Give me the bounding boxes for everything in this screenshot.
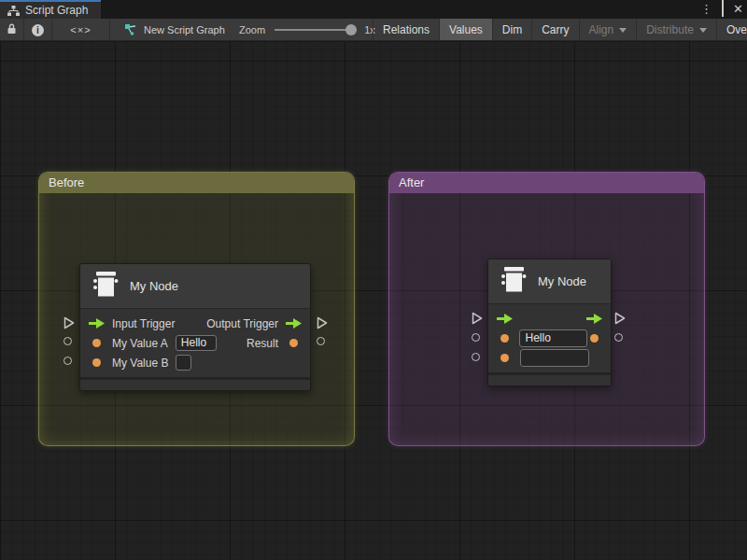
dropdown-caret-icon	[619, 28, 627, 33]
overview-button[interactable]: Overview	[716, 19, 747, 41]
output-trigger-label: Output Trigger	[206, 317, 278, 330]
node-my-node-after[interactable]: My Node Hello	[487, 259, 612, 386]
carry-button[interactable]: Carry	[531, 19, 578, 41]
value-a-port-icon[interactable]	[497, 334, 512, 343]
port-row-value-a: My Value A Hello Result	[80, 333, 310, 353]
graph-name-label: New Script Graph	[144, 24, 225, 35]
external-flow-port-icon[interactable]	[63, 316, 75, 333]
port-row-triggers	[488, 309, 611, 329]
external-flow-port-icon[interactable]	[317, 316, 328, 333]
distribute-label: Distribute	[646, 23, 694, 36]
zoom-slider-handle[interactable]	[345, 24, 357, 35]
tab-script-graph[interactable]: Script Graph	[0, 0, 101, 19]
code-view-button[interactable]: <×>	[52, 19, 109, 41]
node-my-node-before[interactable]: My Node Input Trigger Output Trigger My …	[79, 263, 311, 391]
value-a-input[interactable]: Hello	[519, 329, 586, 347]
value-b-label: My Value B	[112, 357, 168, 370]
port-row-value-b: My Value B	[80, 353, 310, 372]
graph-breadcrumb[interactable]: New Script Graph	[124, 19, 225, 41]
input-trigger-port-icon[interactable]	[89, 318, 105, 329]
external-value-port-icon[interactable]	[63, 357, 72, 365]
overview-label: Overview	[726, 23, 747, 36]
info-button[interactable]: i	[24, 19, 51, 41]
dim-label: Dim	[502, 23, 522, 36]
values-label: Values	[449, 23, 483, 36]
value-a-input[interactable]: Hello	[176, 335, 217, 351]
maximize-box-glyph	[722, 0, 724, 17]
external-value-port-icon[interactable]	[472, 353, 480, 361]
unit-node-icon	[92, 272, 120, 301]
external-value-port-icon[interactable]	[317, 337, 325, 345]
external-value-port-icon[interactable]	[63, 337, 72, 345]
value-a-port-icon[interactable]	[89, 339, 105, 347]
node-header[interactable]: My Node	[488, 259, 611, 304]
dim-button[interactable]: Dim	[492, 19, 531, 41]
node-footer	[80, 380, 310, 390]
relations-button[interactable]: Relations	[373, 19, 439, 41]
input-trigger-port-icon[interactable]	[497, 314, 513, 324]
input-trigger-label: Input Trigger	[112, 317, 175, 330]
node-body: Hello	[488, 304, 611, 372]
window-controls: ⋮ ✕	[700, 0, 743, 19]
relations-label: Relations	[383, 23, 430, 36]
group-before-title: Before	[49, 175, 84, 189]
output-trigger-port-icon[interactable]	[586, 314, 602, 324]
carry-label: Carry	[542, 23, 569, 36]
lock-icon	[7, 21, 17, 38]
group-after-header[interactable]: After	[389, 173, 704, 193]
align-label: Align	[589, 23, 614, 36]
close-icon[interactable]: ✕	[733, 0, 743, 19]
window-menu-icon[interactable]: ⋮	[700, 0, 712, 19]
align-button: Align	[579, 19, 637, 41]
value-b-input[interactable]	[520, 349, 589, 367]
unit-node-icon	[500, 267, 528, 296]
port-row-value-b	[488, 348, 611, 368]
result-port-icon[interactable]	[587, 334, 602, 343]
result-label: Result	[247, 337, 278, 350]
script-graph-tab-icon	[7, 6, 20, 16]
group-after-title: After	[399, 175, 424, 189]
node-title: My Node	[538, 274, 586, 288]
external-value-port-icon[interactable]	[472, 333, 480, 342]
value-a-label: My Value A	[112, 337, 168, 350]
zoom-slider[interactable]	[275, 19, 357, 41]
dropdown-caret-icon	[699, 28, 707, 33]
node-header[interactable]: My Node	[80, 264, 310, 309]
result-port-icon[interactable]	[286, 339, 302, 347]
external-flow-port-icon[interactable]	[472, 312, 483, 329]
value-b-port-icon[interactable]	[89, 358, 105, 367]
zoom-slider-track	[275, 29, 357, 31]
lock-button[interactable]	[0, 19, 23, 41]
window-tab-bar: Script Graph ⋮ ✕	[0, 0, 747, 19]
output-trigger-port-icon[interactable]	[286, 318, 302, 329]
distribute-button: Distribute	[636, 19, 716, 41]
port-row-value-a: Hello	[488, 329, 611, 348]
script-graph-asset-icon	[124, 23, 137, 37]
maximize-icon[interactable]	[722, 0, 724, 19]
toolbar-separator	[109, 19, 110, 41]
external-flow-port-icon[interactable]	[614, 312, 626, 329]
group-before-header[interactable]: Before	[39, 173, 354, 193]
tab-title: Script Graph	[25, 4, 88, 17]
zoom-control: Zoom 1x	[239, 19, 375, 41]
node-title: My Node	[130, 279, 178, 293]
code-view-icon: <×>	[70, 24, 91, 35]
zoom-label: Zoom	[239, 24, 265, 35]
graph-toolbar: i <×> New Script Graph Zoom 1x Relations…	[0, 19, 747, 41]
graph-canvas[interactable]: Before After My Node	[0, 42, 747, 560]
values-button[interactable]: Values	[439, 19, 492, 41]
value-b-input[interactable]	[176, 355, 191, 371]
node-footer	[488, 375, 611, 385]
info-icon: i	[32, 24, 44, 36]
toolbar-button-strip: Relations Values Dim Carry Align Distrib…	[373, 19, 747, 41]
node-body: Input Trigger Output Trigger My Value A …	[80, 309, 310, 377]
external-value-port-icon[interactable]	[614, 333, 623, 342]
value-b-port-icon[interactable]	[497, 354, 513, 362]
port-row-triggers: Input Trigger Output Trigger	[80, 314, 310, 333]
